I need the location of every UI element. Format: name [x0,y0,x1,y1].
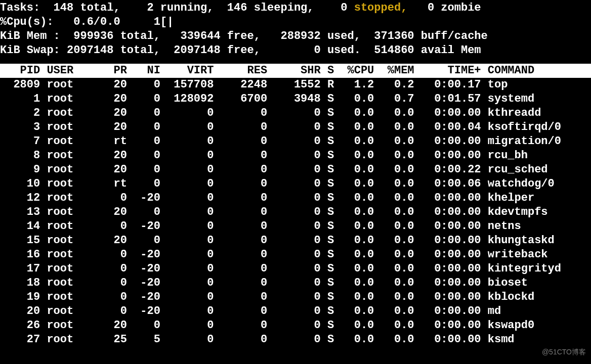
process-row: 17 root 0 -20 0 0 0 S 0.0 0.0 0:00.00 ki… [0,262,591,276]
cpu-line: %Cpu(s): 0.6/0.0 1[| [0,15,591,29]
process-row: 1 root 20 0 128092 6700 3948 S 0.0 0.7 0… [0,92,591,106]
top-summary: Tasks: 148 total, 2 running, 146 sleepin… [0,0,591,58]
process-row: 16 root 0 -20 0 0 0 S 0.0 0.0 0:00.00 wr… [0,248,591,262]
process-row: 20 root 0 -20 0 0 0 S 0.0 0.0 0:00.00 md [0,304,591,318]
process-row: 9 root 20 0 0 0 0 S 0.0 0.0 0:00.22 rcu_… [0,163,591,177]
process-row: 14 root 0 -20 0 0 0 S 0.0 0.0 0:00.00 ne… [0,219,591,234]
table-header: PID USER PR NI VIRT RES SHR S %CPU %MEM … [0,64,591,78]
tasks-line: Tasks: 148 total, 2 running, 146 sleepin… [0,1,591,15]
process-row: 10 root rt 0 0 0 0 S 0.0 0.0 0:00.06 wat… [0,177,591,191]
process-row: 15 root 20 0 0 0 0 S 0.0 0.0 0:00.00 khu… [0,234,591,248]
process-row: 3 root 20 0 0 0 0 S 0.0 0.0 0:00.04 ksof… [0,120,591,134]
mem-line: KiB Mem : 999936 total, 339644 free, 288… [0,29,591,43]
swap-line: KiB Swap: 2097148 total, 2097148 free, 0… [0,43,591,58]
process-row: 13 root 20 0 0 0 0 S 0.0 0.0 0:00.00 kde… [0,205,591,219]
process-table: PID USER PR NI VIRT RES SHR S %CPU %MEM … [0,64,591,347]
stopped-highlight: stopped, [354,2,408,14]
process-row: 2809 root 20 0 157708 2248 1552 R 1.2 0.… [0,78,591,92]
watermark: @51CTO博客 [542,345,586,359]
process-row: 7 root rt 0 0 0 0 S 0.0 0.0 0:00.00 migr… [0,134,591,149]
process-row: 8 root 20 0 0 0 0 S 0.0 0.0 0:00.00 rcu_… [0,149,591,163]
process-row: 26 root 20 0 0 0 0 S 0.0 0.0 0:00.00 ksw… [0,318,591,333]
process-row: 19 root 0 -20 0 0 0 S 0.0 0.0 0:00.00 kb… [0,290,591,304]
process-row: 2 root 20 0 0 0 0 S 0.0 0.0 0:00.00 kthr… [0,106,591,120]
process-row: 27 root 25 5 0 0 0 S 0.0 0.0 0:00.00 ksm… [0,333,591,347]
process-row: 18 root 0 -20 0 0 0 S 0.0 0.0 0:00.00 bi… [0,276,591,290]
process-row: 12 root 0 -20 0 0 0 S 0.0 0.0 0:00.00 kh… [0,191,591,205]
